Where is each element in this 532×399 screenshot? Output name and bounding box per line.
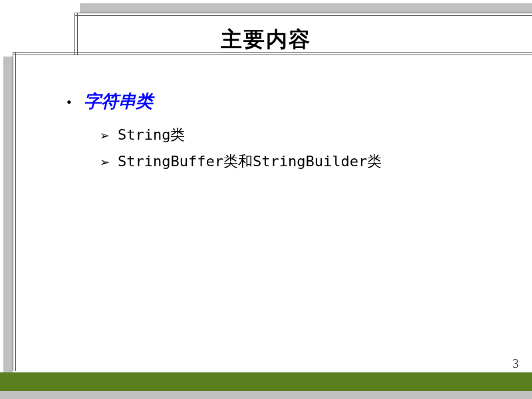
bullet-marker: •: [66, 94, 72, 111]
slide-title: 主要内容: [0, 25, 532, 55]
border-line: [74, 15, 532, 16]
border-line: [13, 52, 13, 371]
border-line: [74, 13, 532, 13]
sub-bullet-item: ➢ String类: [100, 125, 505, 145]
sub-bullet-marker: ➢: [100, 128, 110, 143]
border-line: [15, 52, 16, 371]
bottom-green-bar: [0, 372, 532, 391]
main-bullet-item: • 字符串类: [66, 90, 505, 113]
main-bullet-text: 字符串类: [84, 90, 153, 113]
sub-bullet-text: StringBuffer类和StringBuilder类: [118, 152, 382, 172]
border-line: [13, 55, 532, 55]
sub-bullet-text: String类: [118, 125, 185, 145]
sub-bullet-item: ➢ StringBuffer类和StringBuilder类: [100, 152, 505, 172]
content-area: • 字符串类 ➢ String类 ➢ StringBuffer类和StringB…: [66, 90, 505, 178]
sub-bullet-marker: ➢: [100, 155, 110, 170]
page-number: 3: [513, 357, 519, 371]
bottom-gray-bar: [0, 391, 532, 399]
corner-decoration: [3, 0, 13, 57]
top-decoration-bar: [0, 3, 532, 13]
sub-bullet-list: ➢ String类 ➢ StringBuffer类和StringBuilder类: [100, 125, 505, 172]
